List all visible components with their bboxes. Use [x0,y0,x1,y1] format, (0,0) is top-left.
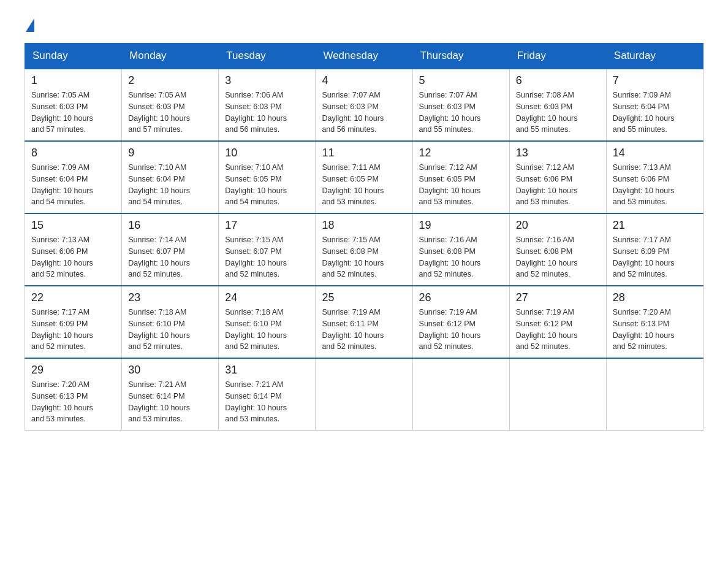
calendar-week-row: 1 Sunrise: 7:05 AM Sunset: 6:03 PM Dayli… [25,69,703,141]
day-info: Sunrise: 7:15 AM Sunset: 6:07 PM Dayligh… [225,234,309,280]
calendar-cell: 25 Sunrise: 7:19 AM Sunset: 6:11 PM Dayl… [316,286,412,358]
day-info: Sunrise: 7:15 AM Sunset: 6:08 PM Dayligh… [322,234,406,280]
day-info: Sunrise: 7:14 AM Sunset: 6:07 PM Dayligh… [128,234,212,280]
day-number: 7 [613,74,697,87]
header-day-tuesday: Tuesday [219,44,316,69]
calendar-cell [316,358,412,431]
calendar-cell: 2 Sunrise: 7:05 AM Sunset: 6:03 PM Dayli… [122,69,219,141]
header-day-saturday: Saturday [606,44,703,69]
calendar-cell: 26 Sunrise: 7:19 AM Sunset: 6:12 PM Dayl… [412,286,509,358]
day-info: Sunrise: 7:19 AM Sunset: 6:12 PM Dayligh… [419,307,503,353]
calendar-week-row: 22 Sunrise: 7:17 AM Sunset: 6:09 PM Dayl… [25,286,703,358]
calendar-cell: 4 Sunrise: 7:07 AM Sunset: 6:03 PM Dayli… [316,69,412,141]
day-number: 2 [128,74,212,87]
day-number: 26 [419,291,503,304]
calendar-cell: 5 Sunrise: 7:07 AM Sunset: 6:03 PM Dayli… [412,69,509,141]
day-number: 6 [516,74,600,87]
day-number: 28 [613,291,697,304]
day-info: Sunrise: 7:17 AM Sunset: 6:09 PM Dayligh… [613,234,697,280]
calendar-cell: 13 Sunrise: 7:12 AM Sunset: 6:06 PM Dayl… [509,141,606,213]
calendar-cell: 6 Sunrise: 7:08 AM Sunset: 6:03 PM Dayli… [509,69,606,141]
day-info: Sunrise: 7:17 AM Sunset: 6:09 PM Dayligh… [31,307,115,353]
day-info: Sunrise: 7:05 AM Sunset: 6:03 PM Dayligh… [31,90,115,136]
calendar-header: SundayMondayTuesdayWednesdayThursdayFrid… [25,44,703,69]
day-info: Sunrise: 7:13 AM Sunset: 6:06 PM Dayligh… [31,234,115,280]
day-number: 27 [516,291,600,304]
day-number: 29 [31,364,115,377]
calendar-body: 1 Sunrise: 7:05 AM Sunset: 6:03 PM Dayli… [25,69,703,431]
calendar-cell [412,358,509,431]
calendar-cell: 8 Sunrise: 7:09 AM Sunset: 6:04 PM Dayli… [25,141,122,213]
day-number: 20 [516,219,600,232]
day-number: 23 [128,291,212,304]
day-info: Sunrise: 7:21 AM Sunset: 6:14 PM Dayligh… [225,379,309,425]
day-number: 19 [419,219,503,232]
day-info: Sunrise: 7:13 AM Sunset: 6:06 PM Dayligh… [613,162,697,208]
calendar-cell [606,358,703,431]
calendar-week-row: 8 Sunrise: 7:09 AM Sunset: 6:04 PM Dayli… [25,141,703,213]
calendar-cell: 7 Sunrise: 7:09 AM Sunset: 6:04 PM Dayli… [606,69,703,141]
day-info: Sunrise: 7:09 AM Sunset: 6:04 PM Dayligh… [31,162,115,208]
day-number: 16 [128,219,212,232]
calendar-cell: 21 Sunrise: 7:17 AM Sunset: 6:09 PM Dayl… [606,213,703,286]
day-number: 22 [31,291,115,304]
calendar-cell: 29 Sunrise: 7:20 AM Sunset: 6:13 PM Dayl… [25,358,122,431]
day-info: Sunrise: 7:09 AM Sunset: 6:04 PM Dayligh… [613,90,697,136]
header-day-sunday: Sunday [25,44,122,69]
calendar-cell: 11 Sunrise: 7:11 AM Sunset: 6:05 PM Dayl… [316,141,412,213]
day-info: Sunrise: 7:16 AM Sunset: 6:08 PM Dayligh… [419,234,503,280]
calendar-cell: 12 Sunrise: 7:12 AM Sunset: 6:05 PM Dayl… [412,141,509,213]
day-number: 10 [225,147,309,159]
day-number: 24 [225,291,309,304]
page-header [25,18,703,31]
calendar-cell: 14 Sunrise: 7:13 AM Sunset: 6:06 PM Dayl… [606,141,703,213]
calendar-cell [509,358,606,431]
header-row: SundayMondayTuesdayWednesdayThursdayFrid… [25,44,703,69]
calendar-cell: 9 Sunrise: 7:10 AM Sunset: 6:04 PM Dayli… [122,141,219,213]
day-info: Sunrise: 7:20 AM Sunset: 6:13 PM Dayligh… [613,307,697,353]
calendar-week-row: 15 Sunrise: 7:13 AM Sunset: 6:06 PM Dayl… [25,213,703,286]
calendar-cell: 16 Sunrise: 7:14 AM Sunset: 6:07 PM Dayl… [122,213,219,286]
header-day-wednesday: Wednesday [316,44,412,69]
calendar-cell: 30 Sunrise: 7:21 AM Sunset: 6:14 PM Dayl… [122,358,219,431]
day-number: 18 [322,219,406,232]
day-info: Sunrise: 7:19 AM Sunset: 6:11 PM Dayligh… [322,307,406,353]
day-number: 14 [613,147,697,159]
day-number: 17 [225,219,309,232]
calendar-cell: 23 Sunrise: 7:18 AM Sunset: 6:10 PM Dayl… [122,286,219,358]
day-number: 21 [613,219,697,232]
calendar-cell: 31 Sunrise: 7:21 AM Sunset: 6:14 PM Dayl… [219,358,316,431]
calendar-cell: 10 Sunrise: 7:10 AM Sunset: 6:05 PM Dayl… [219,141,316,213]
day-number: 9 [128,147,212,159]
day-number: 31 [225,364,309,377]
day-number: 1 [31,74,115,87]
day-number: 30 [128,364,212,377]
day-info: Sunrise: 7:10 AM Sunset: 6:05 PM Dayligh… [225,162,309,208]
day-info: Sunrise: 7:05 AM Sunset: 6:03 PM Dayligh… [128,90,212,136]
calendar-cell: 28 Sunrise: 7:20 AM Sunset: 6:13 PM Dayl… [606,286,703,358]
calendar-cell: 3 Sunrise: 7:06 AM Sunset: 6:03 PM Dayli… [219,69,316,141]
calendar-cell: 27 Sunrise: 7:19 AM Sunset: 6:12 PM Dayl… [509,286,606,358]
calendar-cell: 24 Sunrise: 7:18 AM Sunset: 6:10 PM Dayl… [219,286,316,358]
day-info: Sunrise: 7:06 AM Sunset: 6:03 PM Dayligh… [225,90,309,136]
day-number: 8 [31,147,115,159]
calendar-cell: 18 Sunrise: 7:15 AM Sunset: 6:08 PM Dayl… [316,213,412,286]
day-info: Sunrise: 7:10 AM Sunset: 6:04 PM Dayligh… [128,162,212,208]
logo-triangle-icon [26,18,34,32]
day-info: Sunrise: 7:12 AM Sunset: 6:05 PM Dayligh… [419,162,503,208]
calendar-cell: 1 Sunrise: 7:05 AM Sunset: 6:03 PM Dayli… [25,69,122,141]
day-info: Sunrise: 7:11 AM Sunset: 6:05 PM Dayligh… [322,162,406,208]
day-number: 11 [322,147,406,159]
day-info: Sunrise: 7:16 AM Sunset: 6:08 PM Dayligh… [516,234,600,280]
calendar-cell: 15 Sunrise: 7:13 AM Sunset: 6:06 PM Dayl… [25,213,122,286]
logo [25,18,34,31]
day-info: Sunrise: 7:18 AM Sunset: 6:10 PM Dayligh… [225,307,309,353]
day-number: 15 [31,219,115,232]
calendar-cell: 17 Sunrise: 7:15 AM Sunset: 6:07 PM Dayl… [219,213,316,286]
day-info: Sunrise: 7:20 AM Sunset: 6:13 PM Dayligh… [31,379,115,425]
day-info: Sunrise: 7:12 AM Sunset: 6:06 PM Dayligh… [516,162,600,208]
day-number: 12 [419,147,503,159]
calendar-cell: 19 Sunrise: 7:16 AM Sunset: 6:08 PM Dayl… [412,213,509,286]
day-number: 4 [322,74,406,87]
day-number: 3 [225,74,309,87]
